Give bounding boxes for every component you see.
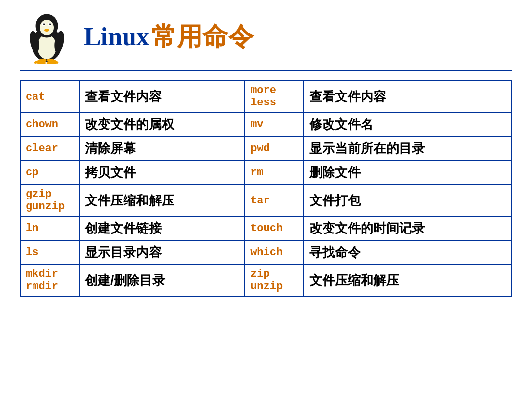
command-cell-right: which	[245, 240, 304, 265]
description-cell-right: 文件压缩和解压	[304, 265, 512, 296]
command-cell-left: ls	[20, 240, 79, 265]
description-cell-left: 创建文件链接	[79, 216, 245, 240]
svg-point-9	[50, 23, 51, 24]
description-cell-left: 创建/删除目录	[79, 265, 245, 296]
description-cell-left: 文件压缩和解压	[79, 185, 245, 216]
svg-point-3	[40, 20, 54, 35]
command-cell-right: more less	[245, 81, 304, 112]
table-row: cp拷贝文件rm删除文件	[20, 161, 512, 185]
commands-table: cat查看文件内容more less查看文件内容chown改变文件的属权mv修改…	[20, 80, 512, 297]
description-cell-left: 显示目录内容	[79, 240, 245, 265]
description-cell-right: 显示当前所在的目录	[304, 136, 512, 161]
svg-point-1	[37, 34, 56, 59]
command-cell-left: gzip gunzip	[20, 185, 79, 216]
table-row: gzip gunzip文件压缩和解压tar文件打包	[20, 185, 512, 216]
description-cell-left: 查看文件内容	[79, 81, 245, 112]
description-cell-left: 改变文件的属权	[79, 112, 245, 136]
description-cell-right: 文件打包	[304, 185, 512, 216]
command-cell-left: chown	[20, 112, 79, 136]
command-cell-right: touch	[245, 216, 304, 240]
table-row: ln创建文件链接touch改变文件的时间记录	[20, 216, 512, 240]
description-cell-right: 修改文件名	[304, 112, 512, 136]
page-title: Linux 常用命令	[84, 20, 254, 54]
table-row: chown改变文件的属权mv修改文件名	[20, 112, 512, 136]
description-cell-right: 查看文件内容	[304, 81, 512, 112]
command-cell-right: mv	[245, 112, 304, 136]
table-row: cat查看文件内容more less查看文件内容	[20, 81, 512, 112]
command-cell-right: pwd	[245, 136, 304, 161]
command-cell-right: rm	[245, 161, 304, 185]
description-cell-left: 拷贝文件	[79, 161, 245, 185]
command-cell-left: clear	[20, 136, 79, 161]
command-cell-right: tar	[245, 185, 304, 216]
command-cell-right: zip unzip	[245, 265, 304, 296]
description-cell-right: 删除文件	[304, 161, 512, 185]
svg-point-6	[44, 23, 45, 24]
command-cell-left: ln	[20, 216, 79, 240]
description-cell-right: 改变文件的时间记录	[304, 216, 512, 240]
command-cell-left: mkdir rmdir	[20, 265, 79, 296]
description-cell-left: 清除屏幕	[79, 136, 245, 161]
svg-point-10	[44, 29, 49, 32]
command-cell-left: cp	[20, 161, 79, 185]
tux-penguin-icon	[20, 10, 74, 64]
table-row: clear清除屏幕pwd显示当前所在的目录	[20, 136, 512, 161]
page: Linux 常用命令 cat查看文件内容more less查看文件内容chown…	[0, 0, 532, 399]
command-cell-left: cat	[20, 81, 79, 112]
header: Linux 常用命令	[20, 10, 512, 71]
table-row: ls显示目录内容which寻找命令	[20, 240, 512, 265]
table-row: mkdir rmdir创建/删除目录zip unzip文件压缩和解压	[20, 265, 512, 296]
description-cell-right: 寻找命令	[304, 240, 512, 265]
